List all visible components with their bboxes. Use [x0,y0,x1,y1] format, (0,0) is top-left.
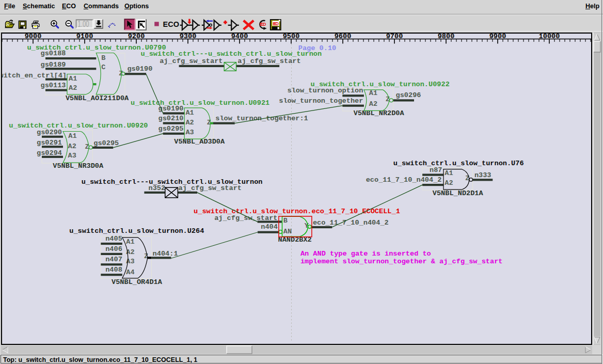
svg-text:A1: A1 [445,169,453,177]
svg-text:9000: 9000 [25,34,42,40]
svg-text:n352: n352 [149,184,166,192]
svg-text:B: B [101,54,105,62]
svg-text:A2: A2 [69,84,77,92]
svg-text:A4: A4 [126,268,134,276]
svg-text:9800: 9800 [438,34,455,40]
svg-text:9900: 9900 [489,34,506,40]
svg-text:switch_en_ctrl[4]: switch_en_ctrl[4] [2,72,67,80]
svg-text:A1: A1 [126,238,134,246]
svg-text:9500: 9500 [283,34,300,40]
svg-text:eco_11_7_10_n404_2: eco_11_7_10_n404_2 [366,176,442,184]
svg-text:9700: 9700 [386,34,403,40]
svg-text:gs0210: gs0210 [158,115,184,122]
svg-text:ECO: ECO [273,21,279,26]
svg-text:gs0295: gs0295 [158,125,184,133]
svg-text:A2: A2 [445,179,453,187]
svg-text:A1: A1 [68,132,76,140]
svg-text:u_switch_ctrl.u_slow_turnon.U7: u_switch_ctrl.u_slow_turnon.U76 [393,160,524,167]
svg-text:n87: n87 [430,166,442,174]
svg-text:A1: A1 [69,75,77,83]
svg-text:A2: A2 [369,100,377,108]
svg-text:n407: n407 [105,256,122,263]
svg-text:n406: n406 [105,245,122,253]
svg-text:gs0296: gs0296 [396,91,421,99]
svg-text:gs0113: gs0113 [41,82,66,89]
svg-text:B: B [283,217,288,225]
svg-text:10000: 10000 [539,34,560,40]
svg-text:n333: n333 [474,171,491,179]
svg-text:AN: AN [283,228,292,235]
svg-text:gs0190: gs0190 [127,65,152,73]
svg-text:gs0188: gs0188 [41,50,66,57]
svg-text:slow_turnon_option: slow_turnon_option [288,87,363,94]
svg-text:A3: A3 [68,152,76,160]
svg-text:9100: 9100 [76,34,93,40]
svg-text:ECO: ECO [163,20,179,28]
svg-text:9400: 9400 [231,34,248,40]
svg-text:A1: A1 [369,89,377,97]
svg-text:gs0290: gs0290 [37,129,62,136]
svg-text:gs0189: gs0189 [41,61,66,69]
svg-text:n408: n408 [105,266,122,274]
svg-text:implement slow_turnon_together: implement slow_turnon_together & aj_cfg_… [300,258,503,265]
svg-text:V5NBL_OR4D1A: V5NBL_OR4D1A [112,278,163,286]
svg-text:V5NBL_AOI211D0A: V5NBL_AOI211D0A [66,94,129,102]
svg-text:n404: n404 [261,223,278,231]
svg-text:gs0295: gs0295 [93,139,119,147]
svg-text:9300: 9300 [180,34,197,40]
svg-text:aj_cfg_sw_start: aj_cfg_sw_start [179,184,242,192]
svg-text:u_switch_ctrl.u_slow_turnon.U0: u_switch_ctrl.u_slow_turnon.U0921 [131,99,269,107]
svg-text:An AND type gate is inserted t: An AND type gate is inserted to [300,250,431,258]
svg-text:aj_cfg_sw_start: aj_cfg_sw_start [160,57,223,65]
svg-text:aj_cfg_sw_start: aj_cfg_sw_start [237,57,300,65]
svg-text:gs0294: gs0294 [37,149,62,157]
svg-text:u_switch_ctrl.u_slow_turnon.U0: u_switch_ctrl.u_slow_turnon.U0920 [9,122,148,130]
svg-text:u_switch_ctrl---u_switch_ctrl.: u_switch_ctrl---u_switch_ctrl.u_slow_tur… [140,50,322,58]
svg-text:gs0291: gs0291 [37,139,62,147]
svg-text:A2: A2 [185,119,194,126]
svg-text:A3: A3 [185,129,194,136]
svg-text:u_switch_ctrl.u_slow_turnon.U2: u_switch_ctrl.u_slow_turnon.U264 [69,227,204,235]
svg-text:V5NBL_ND2D1A: V5NBL_ND2D1A [433,189,484,197]
svg-text:slow_turnon_together: slow_turnon_together [279,97,363,105]
svg-text:9200: 9200 [128,34,145,40]
svg-text:n404:1: n404:1 [153,250,178,258]
svg-text:slow_turnon_together:1: slow_turnon_together:1 [215,115,308,122]
svg-text:9600: 9600 [335,34,352,40]
svg-text:A2: A2 [68,143,76,150]
svg-text:A1: A1 [185,109,194,117]
svg-text:V5NBL_NR3D0A: V5NBL_NR3D0A [53,162,104,170]
svg-text:C: C [101,64,105,71]
svg-text:ECO: ECO [260,22,266,27]
svg-text:n405: n405 [105,235,122,243]
svg-text:1.00: 1.00 [78,20,89,28]
svg-text:eco_11_7_10_n404_2: eco_11_7_10_n404_2 [313,219,389,227]
svg-text:Page 0.10: Page 0.10 [298,44,336,52]
